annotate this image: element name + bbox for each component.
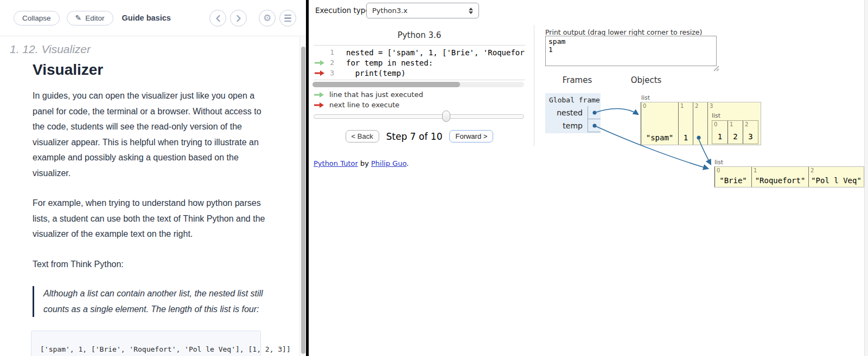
cell-value: 1 bbox=[679, 133, 693, 142]
viz-divider bbox=[534, 25, 534, 146]
guide-header: Collapse ✎ Editor Guide basics ⚙ bbox=[0, 0, 306, 36]
settings-button[interactable]: ⚙ bbox=[259, 10, 276, 27]
cell-index: 0 bbox=[643, 103, 646, 109]
credit-text: . bbox=[406, 159, 409, 167]
code-line-text: for temp in nested: bbox=[334, 59, 433, 67]
guide-panel: Collapse ✎ Editor Guide basics ⚙ bbox=[0, 0, 306, 356]
next-page-button[interactable] bbox=[230, 10, 247, 27]
var-name: temp bbox=[545, 121, 588, 130]
code-snippet-text: ['spam', 1, ['Brie', 'Roquefort', 'Pol l… bbox=[40, 345, 291, 353]
arrow-nested-to-list bbox=[595, 108, 638, 114]
print-output-label: Print output (drag lower right corner to… bbox=[545, 28, 702, 36]
cell-value: "Brie" bbox=[715, 176, 751, 185]
resize-grip-icon[interactable] bbox=[712, 64, 719, 72]
app-window: Collapse ✎ Editor Guide basics ⚙ bbox=[0, 0, 868, 356]
credit-text: by bbox=[358, 159, 371, 167]
line-number: 1 bbox=[327, 48, 334, 56]
var-value-cell bbox=[588, 119, 601, 132]
legend-prev-line: line that has just executed bbox=[314, 90, 423, 99]
legend-next-line: next line to execute bbox=[314, 101, 399, 109]
step-counter: Step 7 of 10 bbox=[386, 131, 443, 142]
philip-guo-link[interactable]: Philip Guo bbox=[371, 159, 406, 167]
collapse-button[interactable]: Collapse bbox=[14, 11, 60, 25]
guide-paragraph: Text from Think Python: bbox=[33, 257, 271, 273]
credit-line: Python Tutor by Philip Guo. bbox=[314, 159, 409, 167]
list-cell: 1 1 bbox=[678, 102, 693, 145]
python-version-title: Python 3.6 bbox=[314, 30, 525, 40]
code-line-2: 2 for temp in nested: bbox=[314, 57, 525, 68]
step-slider-track[interactable] bbox=[314, 114, 524, 119]
code-hscroll-thumb[interactable] bbox=[312, 82, 460, 87]
python-tutor-link[interactable]: Python Tutor bbox=[314, 159, 358, 167]
list-cell: 1 2 bbox=[727, 121, 743, 144]
list-cell: 2 3 bbox=[743, 121, 758, 144]
cell-index: 2 bbox=[695, 103, 698, 109]
line-number: 2 bbox=[327, 59, 334, 67]
cheese-list-object: 0 "Brie" 1 "Roquefort" 2 "Pol l Veq" bbox=[714, 166, 864, 187]
var-name: nested bbox=[545, 108, 588, 117]
pencil-icon: ✎ bbox=[75, 14, 82, 22]
prev-page-button[interactable] bbox=[209, 10, 226, 27]
step-slider-thumb[interactable] bbox=[442, 111, 450, 122]
global-frame: Global frame nested temp bbox=[545, 93, 601, 133]
code-line-3: 3 print(temp) bbox=[314, 68, 525, 78]
cell-index: 0 bbox=[714, 121, 717, 127]
list-cell-nested: 3 list 0 1 1 2 2 3 bbox=[707, 102, 761, 145]
global-frame-title: Global frame bbox=[545, 93, 601, 106]
editor-button-label: Editor bbox=[85, 14, 104, 22]
chevron-left-icon bbox=[216, 15, 220, 22]
cell-value: "spam" bbox=[641, 133, 678, 142]
prev-line-arrow-icon bbox=[314, 92, 324, 98]
frame-var-temp: temp bbox=[545, 119, 601, 132]
select-updown-icon bbox=[469, 8, 473, 14]
chevron-right-icon bbox=[237, 15, 241, 22]
guide-paragraph: In guides, you can open the visualizer j… bbox=[33, 88, 271, 181]
code-snippet-block: ['spam', 1, ['Brie', 'Roquefort', 'Pol l… bbox=[31, 331, 261, 356]
list-cell: 2 "Pol l Veq" bbox=[808, 167, 864, 187]
visualizer-vscrollbar[interactable] bbox=[864, 0, 868, 356]
code-line-text: print(temp) bbox=[334, 69, 406, 77]
collapse-button-label: Collapse bbox=[22, 14, 51, 22]
list-cell: 0 1 bbox=[712, 121, 727, 144]
line-number: 3 bbox=[327, 69, 334, 77]
execution-type-select[interactable]: Python3.x bbox=[366, 3, 479, 18]
cell-index: 1 bbox=[730, 121, 733, 127]
guide-content: 1. 12. Visualizer Visualizer In guides, … bbox=[0, 36, 306, 356]
back-button[interactable]: < Back bbox=[346, 130, 379, 143]
var-value-cell bbox=[588, 106, 601, 119]
code-line-text: nested = ['spam', 1, ['Brie', 'Roquefort… bbox=[334, 48, 525, 57]
execution-type-value: Python3.x bbox=[372, 7, 407, 15]
cell-index: 2 bbox=[810, 167, 814, 173]
guide-vscroll-thumb[interactable] bbox=[301, 47, 305, 354]
editor-button[interactable]: ✎ Editor bbox=[67, 11, 113, 25]
cell-value: "Roquefort" bbox=[752, 176, 808, 185]
page-title: Visualizer bbox=[33, 61, 306, 79]
code-hscrollbar[interactable] bbox=[312, 82, 524, 87]
frame-var-nested: nested bbox=[545, 106, 601, 119]
menu-button[interactable] bbox=[279, 10, 296, 27]
main-list-object: 0 "spam" 1 1 2 3 list 0 1 bbox=[641, 102, 761, 145]
next-line-arrow-icon bbox=[314, 70, 325, 76]
objects-header: Objects bbox=[626, 75, 667, 85]
cell-value: 2 bbox=[728, 132, 743, 141]
nested-list-object: list 0 1 1 2 2 3 bbox=[712, 112, 758, 144]
cell-value: 1 bbox=[712, 132, 727, 141]
print-output-textarea[interactable]: spam 1 bbox=[545, 36, 717, 66]
guide-paragraph: For example, when trying to understand h… bbox=[33, 196, 271, 242]
cell-index: 2 bbox=[745, 121, 748, 127]
forward-button[interactable]: Forward > bbox=[449, 130, 493, 143]
legend-prev-label: line that has just executed bbox=[329, 90, 423, 99]
guide-vscrollbar[interactable] bbox=[299, 37, 306, 356]
cell-value: "Pol l Veq" bbox=[809, 176, 864, 185]
cell-value: 3 bbox=[743, 132, 758, 141]
gear-icon: ⚙ bbox=[263, 14, 271, 23]
cell-index: 3 bbox=[710, 103, 713, 109]
list-cell-pointer: 2 bbox=[693, 102, 707, 145]
cell-index: 1 bbox=[754, 167, 757, 173]
list-cell: 0 "spam" bbox=[641, 102, 678, 145]
cell-index: 1 bbox=[680, 103, 684, 109]
code-display: 1 nested = ['spam', 1, ['Brie', 'Roquefo… bbox=[314, 45, 525, 80]
list-cell: 1 "Roquefort" bbox=[751, 167, 808, 187]
list-type-label: list bbox=[641, 94, 650, 101]
menu-icon bbox=[284, 15, 291, 22]
